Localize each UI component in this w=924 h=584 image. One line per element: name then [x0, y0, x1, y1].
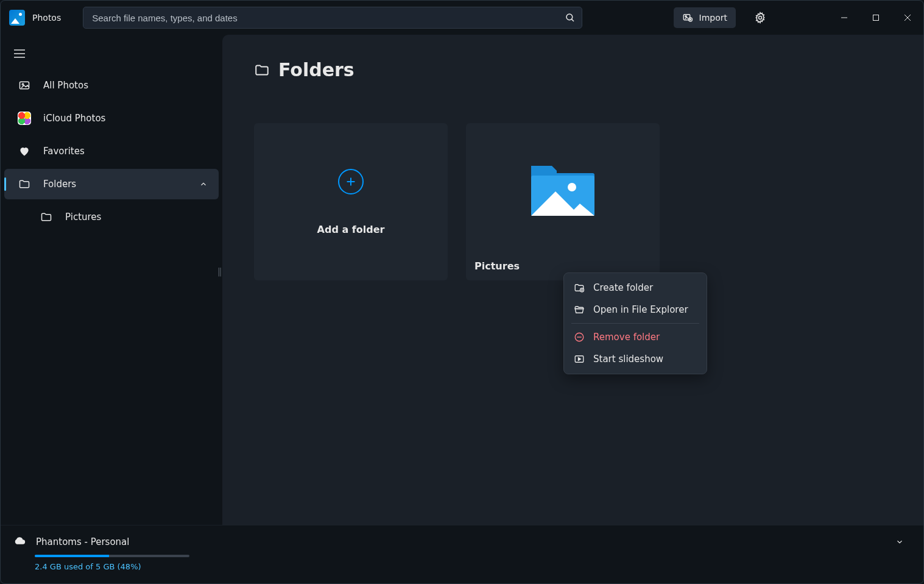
footer: Phantoms - Personal 2.4 GB used of 5 GB … — [1, 525, 923, 583]
hamburger-icon — [14, 49, 25, 58]
folder-card-name: Pictures — [474, 260, 520, 272]
sidebar-subitem-pictures[interactable]: Pictures — [4, 202, 219, 232]
folder-plus-icon — [574, 282, 585, 293]
close-icon — [904, 14, 911, 21]
maximize-icon — [872, 14, 880, 21]
svg-point-0 — [566, 14, 573, 20]
add-folder-label: Add a folder — [317, 224, 385, 235]
import-button[interactable]: Import — [674, 7, 736, 28]
context-open-explorer[interactable]: Open in File Explorer — [568, 299, 703, 321]
sidebar-resize-grip[interactable]: || — [217, 266, 220, 276]
context-item-label: Open in File Explorer — [593, 304, 688, 315]
sidebar-item-label: Pictures — [65, 212, 101, 223]
search-input[interactable] — [83, 7, 582, 29]
chevron-down-icon — [895, 538, 904, 546]
heart-icon — [18, 145, 31, 157]
context-remove-folder[interactable]: Remove folder — [568, 326, 703, 348]
maximize-button[interactable] — [860, 1, 892, 35]
sidebar-item-label: iCloud Photos — [43, 113, 105, 124]
folder-icon — [254, 62, 270, 78]
account-name: Phantoms - Personal — [36, 536, 129, 547]
folder-open-icon — [574, 304, 585, 315]
minimize-icon — [841, 14, 848, 21]
sidebar: All Photos iCloud Photos Favorites Folde… — [1, 35, 222, 525]
cloud-icon — [13, 535, 26, 549]
photo-icon — [18, 79, 31, 91]
svg-point-14 — [22, 84, 24, 85]
settings-button[interactable] — [748, 5, 772, 30]
svg-point-19 — [568, 183, 576, 191]
svg-rect-7 — [873, 15, 879, 21]
svg-line-1 — [572, 19, 574, 21]
account-row[interactable]: Phantoms - Personal — [13, 535, 911, 549]
storage-text[interactable]: 2.4 GB used of 5 GB (48%) — [35, 562, 911, 571]
page-header: Folders — [254, 59, 892, 80]
sidebar-item-all-photos[interactable]: All Photos — [4, 70, 219, 101]
context-separator — [571, 323, 699, 324]
titlebar: Photos Import — [1, 1, 923, 35]
gear-icon — [754, 12, 766, 24]
sidebar-item-label: All Photos — [43, 80, 88, 91]
app-logo-icon — [9, 10, 25, 26]
svg-point-3 — [685, 16, 686, 17]
page-title: Folders — [278, 59, 354, 80]
context-start-slideshow[interactable]: Start slideshow — [568, 348, 703, 370]
remove-icon — [574, 332, 585, 343]
storage-progress — [35, 555, 189, 557]
chevron-up-icon — [199, 180, 208, 188]
folder-icon — [40, 211, 53, 223]
minimize-button[interactable] — [828, 1, 860, 35]
context-create-folder[interactable]: Create folder — [568, 277, 703, 299]
context-item-label: Remove folder — [593, 332, 660, 343]
add-folder-card[interactable]: Add a folder — [254, 123, 448, 280]
icloud-icon — [18, 112, 31, 125]
svg-point-5 — [759, 16, 762, 20]
search-icon — [565, 12, 576, 23]
main-content: || Folders Add a folder Pictur — [222, 35, 923, 525]
context-item-label: Create folder — [593, 282, 653, 293]
import-label: Import — [699, 13, 727, 23]
pictures-folder-icon — [526, 160, 599, 218]
add-circle-icon — [338, 169, 364, 194]
close-button[interactable] — [892, 1, 923, 35]
sidebar-item-folders[interactable]: Folders — [4, 169, 219, 199]
context-menu: Create folder Open in File Explorer Remo… — [563, 272, 707, 374]
folder-card-pictures[interactable]: Pictures — [466, 123, 660, 280]
window-controls — [828, 1, 923, 35]
import-icon — [682, 12, 693, 23]
sidebar-item-favorites[interactable]: Favorites — [4, 136, 219, 166]
folder-icon — [18, 178, 31, 190]
app-name: Photos — [32, 13, 61, 23]
slideshow-icon — [574, 354, 585, 365]
search-button[interactable] — [562, 9, 579, 26]
search-wrap — [83, 7, 582, 29]
sidebar-item-label: Folders — [43, 179, 76, 190]
hamburger-button[interactable] — [1, 43, 37, 69]
context-item-label: Start slideshow — [593, 354, 663, 365]
sidebar-item-icloud-photos[interactable]: iCloud Photos — [4, 103, 219, 134]
storage-progress-fill — [35, 555, 109, 557]
svg-marker-26 — [579, 358, 581, 361]
sidebar-item-label: Favorites — [43, 146, 85, 157]
